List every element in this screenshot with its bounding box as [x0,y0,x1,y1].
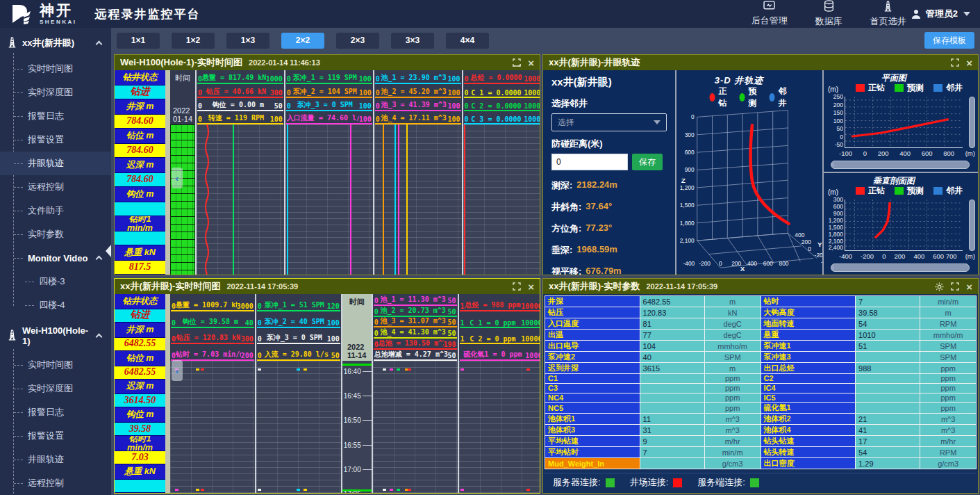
curve-max: 100 [448,89,460,97]
drilling-state-strip [170,124,195,275]
chevron-down-icon [654,120,661,124]
track-plot[interactable] [197,124,284,275]
sidebar-item-Monitor Video[interactable]: Monitor Video [0,246,111,270]
panel-title: xx井(新井眼)-井眼轨迹 [549,56,640,69]
table-row: 迟到井深3615m出口总烃988ppm [545,363,977,374]
close-icon[interactable]: × [528,282,534,292]
horizontal-scrollbar[interactable] [831,161,970,169]
panel-title-bar: xx井(新井眼)-实时时间图 2022-11-14 17:05:39 × [115,279,540,294]
axis-tick-label: -400 [821,259,822,266]
vertical-scrollbar[interactable] [969,97,975,148]
sidebar-item-实时深度图[interactable]: 实时深度图 [0,377,111,400]
curve-name-value: 池_4 = 17.11 m^3 [380,113,448,123]
param-value-cell: 54 [856,318,920,330]
table-row: 平均钻时7min/m钻头转速54RPM [545,447,977,458]
param-unit-cell: ppm [704,383,761,393]
anti-collision-distance-input[interactable] [551,154,628,170]
collapse-tab[interactable]: ‹ [172,360,183,381]
sidebar-item-报警设置[interactable]: 报警设置 [0,424,111,448]
curve-label-row: 入口流量 = 74.60 l/s100 [286,111,372,124]
sidebar-item-报警日志[interactable]: 报警日志 [0,400,111,424]
curve-name-value: 转速 = 119 RPM [202,113,270,123]
curve-name-value: 池_3 = 41.39 m^3 [380,100,448,110]
track-plot[interactable] [256,361,341,493]
curve-name-value: 泵冲_3 = 0 SPM [291,100,359,110]
layout-button-1x2[interactable]: 1×2 [172,33,215,49]
time-date: 202201-14 [173,106,192,123]
neighbor-well-select[interactable]: 选择 [551,113,667,131]
curve-line [287,124,288,275]
curve-label-row: 0钩位 = 0.00 m50 [197,98,283,111]
sidebar-item-label: 四楼-4 [39,299,65,311]
status-label: 井场连接: [630,476,669,489]
layout-button-4x4[interactable]: 4×4 [446,33,489,49]
sidebar-item-报警设置[interactable]: 报警设置 [0,128,111,152]
axis-tick-label: 0 [808,245,811,252]
gear-icon[interactable] [935,282,944,291]
layout-button-2x2[interactable]: 2×2 [281,33,324,49]
derrick-icon [7,329,17,343]
user-menu[interactable]: 管理员2 [911,8,970,20]
curve-max: 100 [448,75,460,83]
nav-item-admin-monitor[interactable]: 后台管理 [751,1,788,27]
track-plot[interactable] [170,361,255,493]
sidebar-item-文件助手[interactable]: 文件助手 [0,199,111,222]
sidebar-item-井眼轨迹[interactable]: 井眼轨迹 [0,152,111,175]
panel-title: Wei-H100(Hole-1)-实时时间图 [120,56,242,69]
sidebar-item-远程控制[interactable]: 远程控制 [0,471,111,495]
track-plot[interactable] [459,361,540,493]
layout-button-3x3[interactable]: 3×3 [391,33,434,49]
param-value-cell: 21 [856,414,920,425]
param-unit-cell: m^3 [920,425,977,436]
nav-item-database[interactable]: 数据库 [815,0,842,28]
save-button[interactable]: 保存 [632,154,663,170]
sidebar-item-远程控制[interactable]: 远程控制 [0,175,111,199]
track-2: 0池_1 = 11.30 m^3500池_2 = 20.73 m^3500池_3… [373,294,458,493]
data-point [258,489,261,491]
sidebar-item-四楼-3[interactable]: 四楼-3 [0,270,111,293]
expand-icon[interactable] [951,58,959,67]
param-value [115,232,165,245]
nav-item-derrick[interactable]: 首页选井 [870,0,906,28]
x-tick: 600 700 [933,252,956,261]
sidebar-item-井眼轨迹[interactable]: 井眼轨迹 [0,448,111,471]
sidebar-item-实时参数[interactable]: 实时参数 [0,222,111,246]
layout-button-2x3[interactable]: 2×3 [336,33,379,49]
table-row: 池体积111m^3池体积221m^3 [545,414,977,425]
sidebar-collapse-handle[interactable] [106,245,111,257]
curve-max: 100 [270,115,283,123]
close-icon[interactable]: × [966,282,972,292]
close-icon[interactable]: × [966,58,972,68]
param-label: 钻位 m [115,129,165,144]
track-plot[interactable] [373,361,458,493]
vertical-scrollbar[interactable] [969,200,975,251]
sidebar-item-报警日志[interactable]: 报警日志 [0,104,111,128]
expand-icon[interactable] [513,282,521,291]
sidebar-item-实时时间图[interactable]: 实时时间图 [0,57,111,81]
stat-label: 井斜角: [551,201,581,213]
y-tick: 2,400 [829,245,843,251]
tree-dash [14,412,23,413]
horizontal-scrollbar[interactable] [831,263,970,272]
track-header: 0泵冲_1 = 51 SPM1200泵冲_2 = 40 SPM1000泵冲_3 … [256,294,341,361]
sidebar-well-0[interactable]: xx井(新井眼) [0,28,111,57]
curve-max: 120 [327,302,340,310]
track-plot[interactable] [463,124,540,275]
collapse-tab[interactable]: ‹ [172,168,183,188]
sidebar-item-实时时间图[interactable]: 实时时间图 [0,353,111,377]
curve-line [233,124,234,275]
layout-button-1x1[interactable]: 1×1 [117,33,160,49]
track-plot[interactable] [374,124,462,275]
expand-icon[interactable] [951,282,959,291]
sidebar-well-1[interactable]: Wei-H100(Hole-1) [0,317,111,353]
sidebar-item-四楼-4[interactable]: 四楼-4 [0,293,111,317]
curve-label-row: 1C_1 = 0 ppm10000 [460,311,540,328]
param-value-cell: 9 [640,436,704,447]
layout-button-1x3[interactable]: 1×3 [226,33,269,49]
track-plot[interactable] [285,124,373,275]
close-icon[interactable]: × [528,58,534,68]
save-template-button[interactable]: 保存模板 [924,32,974,49]
track-header: 0池_1 = 23.90 m^31000池_2 = 45.20 m^31000池… [374,70,462,124]
sidebar-item-实时深度图[interactable]: 实时深度图 [0,81,111,104]
expand-icon[interactable] [513,58,521,67]
